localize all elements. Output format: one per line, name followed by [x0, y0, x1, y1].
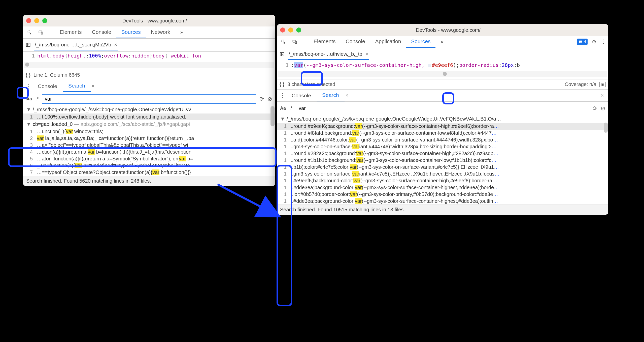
result-file[interactable]: ▼/_/mss/boq-one-google/_/ss/k=boq-one-go…	[23, 106, 275, 113]
search-results: ▼/_/mss/boq-one-google/_/ss/k=boq-one-go…	[23, 106, 275, 176]
regex-toggle[interactable]: .*	[289, 106, 292, 111]
kebab-menu-icon[interactable]: ⋮	[601, 39, 606, 45]
match-case-toggle[interactable]: Aa	[26, 96, 32, 102]
search-results: ▼/_/mss/boq-one-google/_/ss/k=boq-one-go…	[277, 115, 608, 205]
code-editor[interactable]: 1 :var(--gm3-sys-color-surface-container…	[277, 61, 608, 69]
result-row[interactable]: 1..round:#f8fafd;background:var(--gm3-sy…	[277, 130, 608, 136]
overview-ruler[interactable]	[278, 71, 607, 77]
result-row[interactable]: 1..round:#e9eef6;background:var(--gm3-sy…	[277, 123, 608, 130]
results-scrollbar[interactable]	[604, 123, 608, 133]
result-row[interactable]: 1…unction(_){var window=this;	[23, 128, 275, 135]
device-toggle-icon[interactable]	[290, 37, 299, 46]
result-row[interactable]: 1..afd);color:#444746;color:var(--gm3-sy…	[277, 136, 608, 143]
result-row[interactable]: 7…==typeof Object.create?Object.create:f…	[23, 169, 275, 176]
search-footer: Search finished. Found 5620 matching lin…	[23, 176, 275, 186]
panels-toolbar: Elements Console Sources Network »	[23, 26, 275, 39]
messages-badge[interactable]: 8	[577, 39, 588, 45]
result-row[interactable]: 3…a=["object"==typeof globalThis&&global…	[23, 142, 275, 149]
result-row[interactable]: 4…ction(a){if(a)return a;var b=function(…	[23, 149, 275, 155]
file-path: /_/mss/boq-one-…uthview,_b,_tp	[289, 51, 362, 57]
close-drawer-tab-icon[interactable]: ×	[92, 83, 95, 89]
match-case-toggle[interactable]: Aa	[280, 106, 286, 111]
drawer-menu-icon[interactable]: ⋮	[279, 90, 286, 101]
result-row[interactable]: 1..gm3-sys-color-on-surface-variant,#444…	[277, 143, 608, 150]
tab-sources[interactable]: Sources	[116, 26, 146, 38]
close-dot-icon[interactable]	[280, 27, 285, 33]
close-drawer-tab-icon[interactable]: ×	[346, 93, 349, 98]
result-row[interactable]: 1…t:100%;overflow:hidden}body{-webkit-fo…	[23, 113, 275, 120]
search-input[interactable]	[42, 94, 256, 104]
result-row[interactable]: 6_.ua=function(a){var b="undefined"!=typ…	[23, 162, 275, 169]
tab-sources[interactable]: Sources	[406, 36, 435, 48]
file-tab-bar: /_/mss/boq-one-…t,_stam,jMb2Vb ×	[23, 39, 275, 51]
overview-ruler[interactable]	[24, 62, 274, 68]
close-dot-icon[interactable]	[26, 18, 31, 23]
tab-console[interactable]: Console	[87, 26, 116, 38]
refresh-icon[interactable]: ⟳	[593, 105, 597, 112]
line-number: 1	[23, 53, 37, 59]
tab-application[interactable]: Application	[370, 36, 406, 48]
minimize-dot-icon[interactable]	[34, 18, 39, 23]
file-tab[interactable]: /_/mss/boq-one-…t,_stam,jMb2Vb ×	[34, 40, 118, 50]
navigator-toggle-icon[interactable]	[280, 52, 285, 58]
titlebar: DevTools - www.google.com/	[277, 24, 608, 36]
navigator-toggle-icon[interactable]	[26, 42, 31, 48]
result-row[interactable]: 5…ator",function(a){if(a)return a;a=Symb…	[23, 155, 275, 162]
drawer-menu-icon[interactable]: ⋮	[25, 80, 32, 92]
inspect-icon[interactable]	[279, 37, 288, 46]
result-row[interactable]: 2var ia,ja,la,sa,ta,xa,ya,Ba;_.ca=functi…	[23, 135, 275, 142]
panel-tabs: Elements Console Application Sources »	[309, 36, 449, 48]
drawer-tab-search[interactable]: Search	[317, 90, 345, 101]
drawer-tab-console[interactable]: Console	[286, 90, 317, 101]
tab-elements[interactable]: Elements	[55, 26, 87, 38]
svg-rect-5	[282, 40, 284, 42]
result-row[interactable]: 1..gm3-sys-color-on-surface-variant,#c4c…	[277, 170, 608, 177]
drawer-tab-search[interactable]: Search	[63, 80, 91, 92]
tab-network[interactable]: Network	[146, 26, 175, 38]
selection-status: 3 characters selected	[287, 81, 335, 87]
result-file[interactable]: ▼/_/mss/boq-one-google/_/ss/k=boq-one-go…	[277, 115, 608, 123]
tabs-overflow[interactable]: »	[175, 26, 188, 38]
refresh-icon[interactable]: ⟳	[259, 96, 264, 102]
result-file[interactable]: ▼cb=gapi.loaded_0 — apis.google.com/_/sc…	[23, 120, 275, 128]
clear-icon[interactable]: ⊘	[601, 105, 605, 112]
svg-rect-3	[26, 43, 30, 46]
result-row[interactable]: 1..b1b);color:#c4c7c5;color:var(--gm3-sy…	[277, 164, 608, 170]
inspect-icon[interactable]	[25, 28, 34, 37]
pretty-print-icon[interactable]: { }	[26, 72, 30, 78]
result-row[interactable]: 1..round:#282a2c;background:var(--gm3-sy…	[277, 150, 608, 157]
result-row[interactable]: 1..lor:#0b57d0;border-color:var(--gm3-sy…	[277, 191, 608, 198]
svg-rect-0	[28, 31, 30, 33]
code-line-1: html,body{height:100%;overflow:hidden}bo…	[37, 53, 201, 59]
regex-toggle[interactable]: .*	[36, 96, 39, 102]
code-editor[interactable]: 1 html,body{height:100%;overflow:hidden}…	[23, 52, 275, 60]
pretty-print-icon[interactable]: { }	[280, 81, 284, 87]
overview-thumb[interactable]	[443, 72, 447, 76]
device-toggle-icon[interactable]	[36, 28, 45, 37]
search-input[interactable]	[296, 104, 589, 113]
result-row[interactable]: 1..#dde3ea;background-color:var(--gm3-sy…	[277, 184, 608, 191]
zoom-dot-icon[interactable]	[296, 27, 301, 33]
overview-thumb[interactable]	[25, 63, 29, 67]
coverage-toggle-icon[interactable]: ▣	[599, 82, 606, 87]
drawer-tab-console[interactable]: Console	[32, 81, 63, 92]
result-row[interactable]: 1..#e9eef6;background-color:var(--gm3-sy…	[277, 177, 608, 184]
minimize-dot-icon[interactable]	[288, 27, 293, 33]
tab-console[interactable]: Console	[341, 36, 370, 48]
close-drawer-icon[interactable]: ×	[600, 92, 606, 99]
close-tab-icon[interactable]: ×	[114, 42, 117, 48]
result-row[interactable]: 1..round:#1b1b1b;background:var(--gm3-sy…	[277, 157, 608, 164]
traffic-lights	[280, 27, 301, 33]
settings-icon[interactable]: ⚙	[592, 39, 597, 45]
zoom-dot-icon[interactable]	[42, 18, 47, 23]
panel-tabs: Elements Console Sources Network »	[55, 26, 188, 38]
tab-elements[interactable]: Elements	[309, 36, 341, 48]
results-scrollbar[interactable]	[270, 106, 275, 126]
file-tab[interactable]: /_/mss/boq-one-…uthview,_b,_tp ×	[288, 49, 369, 60]
tabs-overflow[interactable]: »	[435, 36, 449, 48]
coverage-status: Coverage: n/a	[565, 81, 596, 87]
close-tab-icon[interactable]: ×	[365, 51, 368, 57]
toolbar-right: 8 ⚙ ⋮	[577, 39, 606, 45]
result-row[interactable]: 1..#dde3ea;background-color:var(--gm3-sy…	[277, 198, 608, 205]
clear-icon[interactable]: ⊘	[267, 96, 272, 102]
